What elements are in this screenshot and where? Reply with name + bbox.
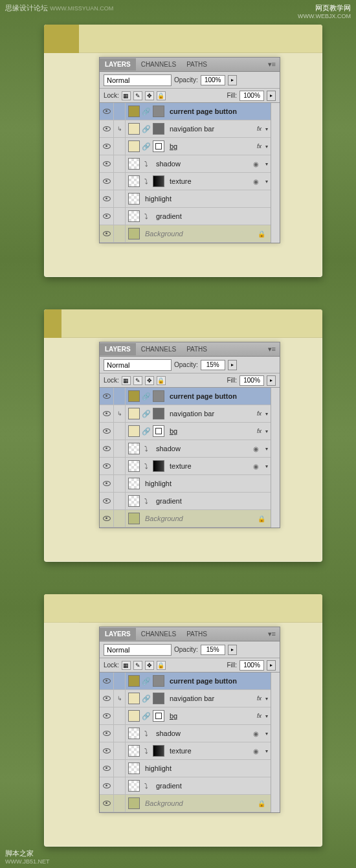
layer-name[interactable]: texture	[167, 177, 253, 185]
advanced-blend-icon[interactable]: ◉	[253, 748, 263, 755]
layer-name[interactable]: navigation bar	[167, 410, 257, 417]
layer-thumb[interactable]	[128, 175, 140, 187]
lock-transparency-icon[interactable]: ▦	[122, 376, 131, 385]
layer-row[interactable]: 🔗 bg fx▾	[100, 707, 271, 725]
visibility-eye-icon[interactable]	[103, 231, 111, 236]
mask-thumb[interactable]	[153, 710, 164, 722]
visibility-toggle[interactable]	[100, 208, 114, 225]
collapse-icon[interactable]: ▾	[263, 731, 271, 737]
layer-thumb[interactable]	[128, 158, 140, 170]
layer-name[interactable]: gradient	[153, 782, 271, 790]
layer-row[interactable]: 🔗 current page button	[100, 673, 271, 690]
layer-thumb[interactable]	[128, 710, 140, 722]
mask-thumb[interactable]	[153, 390, 164, 402]
opacity-input[interactable]: 100%	[201, 75, 225, 85]
fill-input[interactable]: 100%	[239, 375, 264, 386]
layer-thumb[interactable]	[128, 460, 140, 472]
fill-flyout-icon[interactable]: ▸	[267, 91, 276, 101]
visibility-toggle[interactable]	[100, 225, 114, 242]
fill-input[interactable]: 100%	[239, 660, 264, 671]
fx-badge[interactable]: fx	[257, 428, 263, 434]
advanced-blend-icon[interactable]: ◉	[253, 730, 263, 737]
visibility-eye-icon[interactable]	[103, 766, 111, 771]
layer-row[interactable]: Background 🔒	[100, 225, 271, 243]
tab-layers[interactable]: LAYERS	[100, 343, 136, 355]
layer-thumb[interactable]	[128, 408, 140, 419]
visibility-toggle[interactable]	[100, 777, 114, 794]
visibility-toggle[interactable]	[100, 707, 114, 724]
layer-thumb[interactable]	[128, 495, 140, 507]
layer-row[interactable]: 🔗 current page button	[100, 388, 271, 405]
layer-name[interactable]: current page button	[167, 677, 271, 685]
visibility-eye-icon[interactable]	[103, 411, 111, 416]
layer-thumb[interactable]	[128, 728, 140, 739]
blend-mode-dropdown[interactable]: Normal	[104, 359, 172, 371]
visibility-eye-icon[interactable]	[103, 516, 111, 521]
tab-channels[interactable]: CHANNELS	[136, 343, 181, 355]
layer-thumb[interactable]	[128, 228, 140, 239]
layer-name[interactable]: shadow	[153, 729, 253, 737]
layer-row[interactable]: ⤵ texture ◉▾	[100, 742, 271, 760]
layer-row[interactable]: ⤵ shadow ◉▾	[100, 155, 271, 173]
visibility-eye-icon[interactable]	[103, 731, 111, 736]
opacity-input[interactable]: 15%	[201, 360, 225, 370]
layer-row[interactable]: ↳ 🔗 navigation bar fx▾	[100, 690, 271, 707]
blend-mode-dropdown[interactable]: Normal	[104, 644, 172, 656]
layer-thumb[interactable]	[128, 123, 140, 135]
visibility-toggle[interactable]	[100, 673, 114, 689]
mask-thumb[interactable]	[153, 123, 164, 135]
layer-name[interactable]: Background	[142, 799, 258, 807]
visibility-toggle[interactable]	[100, 742, 114, 759]
layer-name[interactable]: highlight	[142, 195, 271, 203]
layer-row[interactable]: ↳ 🔗 navigation bar fx▾	[100, 120, 271, 138]
visibility-eye-icon[interactable]	[103, 678, 111, 684]
layer-row[interactable]: 🔗 bg fx▾	[100, 423, 271, 440]
layer-row[interactable]: 🔗 bg fx▾	[100, 138, 271, 155]
layer-thumb[interactable]	[128, 780, 140, 792]
visibility-eye-icon[interactable]	[103, 144, 111, 149]
layer-name[interactable]: current page button	[167, 107, 271, 115]
layer-name[interactable]: current page button	[167, 392, 271, 400]
visibility-eye-icon[interactable]	[103, 196, 111, 201]
layer-row[interactable]: ⤵ gradient	[100, 493, 271, 510]
visibility-toggle[interactable]	[100, 760, 114, 777]
visibility-eye-icon[interactable]	[103, 463, 111, 469]
collapse-icon[interactable]: ▾	[263, 696, 271, 702]
visibility-toggle[interactable]	[100, 405, 114, 422]
visibility-eye-icon[interactable]	[103, 801, 111, 806]
mask-thumb[interactable]	[153, 106, 164, 117]
lock-pixels-icon[interactable]: ✎	[133, 91, 142, 100]
mask-thumb[interactable]	[153, 140, 164, 152]
lock-transparency-icon[interactable]: ▦	[122, 91, 131, 100]
layer-name[interactable]: gradient	[153, 497, 271, 505]
collapse-icon[interactable]: ▾	[263, 463, 271, 469]
opacity-flyout-icon[interactable]: ▸	[228, 360, 237, 370]
lock-transparency-icon[interactable]: ▦	[122, 661, 131, 670]
lock-position-icon[interactable]: ✥	[145, 376, 154, 385]
layer-name[interactable]: navigation bar	[167, 125, 257, 133]
layer-name[interactable]: texture	[167, 747, 253, 755]
fill-input[interactable]: 100%	[239, 91, 264, 101]
layer-row[interactable]: ⤵ texture ◉▾	[100, 458, 271, 475]
layer-thumb[interactable]	[128, 513, 140, 524]
collapse-icon[interactable]: ▾	[263, 428, 271, 434]
mask-thumb[interactable]	[153, 425, 164, 437]
layer-thumb[interactable]	[128, 745, 140, 757]
visibility-eye-icon[interactable]	[103, 109, 111, 114]
visibility-toggle[interactable]	[100, 795, 114, 812]
layer-row[interactable]: 🔗 current page button	[100, 103, 271, 120]
tab-paths[interactable]: PATHS	[181, 343, 212, 355]
fx-badge[interactable]: fx	[257, 126, 263, 132]
layer-thumb[interactable]	[128, 140, 140, 152]
fx-badge[interactable]: fx	[257, 143, 263, 150]
layer-name[interactable]: bg	[167, 142, 257, 150]
visibility-toggle[interactable]	[100, 423, 114, 440]
visibility-toggle[interactable]	[100, 510, 114, 527]
layer-thumb[interactable]	[128, 210, 140, 222]
layer-row[interactable]: ⤵ texture ◉▾	[100, 173, 271, 190]
tab-channels[interactable]: CHANNELS	[136, 58, 181, 71]
visibility-eye-icon[interactable]	[103, 161, 111, 166]
layer-thumb[interactable]	[128, 425, 140, 437]
layer-thumb[interactable]	[128, 797, 140, 809]
visibility-toggle[interactable]	[100, 120, 114, 137]
